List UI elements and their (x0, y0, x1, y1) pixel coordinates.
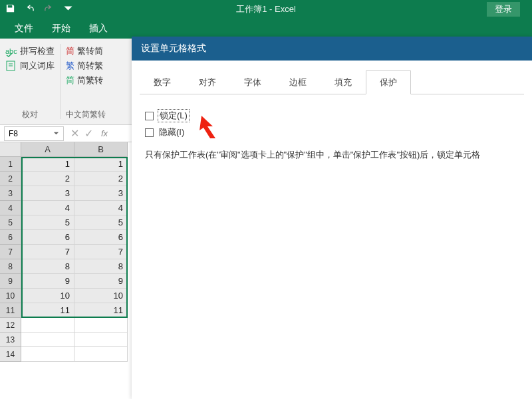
redo-icon[interactable] (44, 3, 54, 15)
dialog-body: 锁定(L) 隐藏(I) 只有保护工作表(在"审阅"选项卡上的"保护"组中，单击"… (132, 94, 532, 173)
protection-hint: 只有保护工作表(在"审阅"选项卡上的"保护"组中，单击"保护工作表"按钮)后，锁… (145, 148, 519, 162)
row-header[interactable]: 10 (0, 289, 21, 303)
cell[interactable] (74, 318, 128, 332)
undo-icon[interactable] (25, 3, 35, 15)
cell[interactable]: 8 (74, 259, 128, 274)
hidden-label: 隐藏(I) (158, 126, 186, 138)
cell[interactable]: 11 (74, 303, 128, 318)
thesaurus-icon (5, 60, 17, 72)
format-cells-dialog: 设置单元格格式 数字对齐字体边框填充保护 锁定(L) 隐藏(I) 只有保护工作表… (132, 37, 532, 399)
row-header[interactable]: 4 (0, 201, 21, 215)
glyph-icon: 繁 (66, 60, 74, 72)
spellcheck-button[interactable]: abc 拼写检查 (5, 45, 55, 57)
row-header[interactable]: 8 (0, 259, 21, 274)
row-header[interactable]: 7 (0, 245, 21, 259)
cell[interactable]: 3 (21, 186, 74, 201)
glyph-icon: 简 (66, 45, 74, 57)
spellcheck-label: 拼写检查 (20, 45, 55, 57)
row-header[interactable]: 1 (0, 157, 21, 172)
thesaurus-button[interactable]: 同义词库 (5, 60, 55, 72)
locked-label: 锁定(L) (158, 109, 190, 122)
cell[interactable]: 5 (74, 215, 128, 230)
cell[interactable]: 4 (74, 201, 128, 215)
title-bar: 工作簿1 - Excel 登录 (0, 0, 532, 19)
ribbon-tabs: 文件 开始 插入 (0, 19, 532, 39)
cancel-icon[interactable]: ✕ (70, 127, 79, 140)
row-header[interactable]: 6 (0, 230, 21, 245)
trad-to-simp-label: 繁转简 (77, 45, 103, 57)
cell[interactable]: 10 (74, 289, 128, 303)
column-header[interactable]: B (74, 142, 128, 157)
login-button[interactable]: 登录 (487, 2, 520, 17)
dialog-title: 设置单元格格式 (132, 37, 532, 61)
cell[interactable]: 10 (21, 289, 74, 303)
convert-button[interactable]: 简 简繁转 (66, 74, 106, 86)
fx-icon[interactable]: fx (101, 128, 108, 138)
dialog-tab[interactable]: 保护 (366, 70, 411, 94)
proofing-group-label: 校对 (5, 106, 55, 124)
name-box[interactable]: F8 (4, 126, 64, 141)
cell[interactable]: 11 (21, 303, 74, 318)
save-icon[interactable] (5, 3, 15, 15)
tab-home[interactable]: 开始 (43, 19, 80, 39)
checkbox-icon (145, 112, 154, 120)
dialog-tabs: 数字对齐字体边框填充保护 (140, 70, 524, 94)
checkbox-icon (145, 128, 154, 137)
convert-label: 简繁转 (77, 74, 103, 86)
cell[interactable]: 2 (21, 172, 74, 186)
cell[interactable]: 6 (74, 230, 128, 245)
name-box-value: F8 (9, 129, 18, 138)
window-title: 工作簿1 - Excel (236, 3, 296, 15)
row-header[interactable]: 5 (0, 215, 21, 230)
convert-group-label: 中文简繁转 (66, 106, 106, 124)
qat-dropdown-icon[interactable] (63, 3, 73, 15)
cursor-arrow-icon (198, 114, 225, 140)
dialog-tab[interactable]: 边框 (275, 70, 321, 94)
cell[interactable] (21, 332, 74, 347)
row-header[interactable]: 11 (0, 303, 21, 318)
cell[interactable]: 7 (74, 245, 128, 259)
dialog-tab[interactable]: 对齐 (185, 70, 230, 94)
spellcheck-icon: abc (5, 45, 17, 57)
cell[interactable]: 3 (74, 186, 128, 201)
confirm-icon[interactable]: ✓ (84, 127, 93, 140)
select-all-corner[interactable] (0, 142, 21, 157)
row-header[interactable]: 12 (0, 318, 21, 332)
cell[interactable] (74, 347, 128, 362)
cell[interactable] (21, 347, 74, 362)
column-header[interactable]: A (21, 142, 74, 157)
row-header[interactable]: 2 (0, 172, 21, 186)
cell[interactable]: 7 (21, 245, 74, 259)
cell[interactable]: 8 (21, 259, 74, 274)
ribbon-group-convert: 简 繁转简 繁 简转繁 简 简繁转 中文简繁转 (61, 39, 111, 124)
cell[interactable]: 9 (74, 274, 128, 289)
row-header[interactable]: 9 (0, 274, 21, 289)
dropdown-icon[interactable] (53, 130, 59, 136)
glyph-icon: 简 (66, 74, 74, 86)
quick-access-toolbar (0, 3, 73, 15)
cell[interactable]: 4 (21, 201, 74, 215)
cell[interactable] (74, 332, 128, 347)
cell[interactable]: 6 (21, 230, 74, 245)
simp-to-trad-label: 简转繁 (77, 60, 103, 72)
trad-to-simp-button[interactable]: 简 繁转简 (66, 45, 106, 57)
tab-insert[interactable]: 插入 (80, 19, 117, 39)
row-header[interactable]: 13 (0, 332, 21, 347)
cell[interactable]: 1 (74, 157, 128, 172)
dialog-tab[interactable]: 字体 (230, 70, 275, 94)
thesaurus-label: 同义词库 (20, 60, 55, 72)
dialog-tab[interactable]: 数字 (140, 70, 185, 94)
dialog-tab[interactable]: 填充 (321, 70, 366, 94)
cell[interactable] (21, 318, 74, 332)
row-header[interactable]: 14 (0, 347, 21, 362)
cell[interactable]: 1 (21, 157, 74, 172)
cell[interactable]: 2 (74, 172, 128, 186)
cell[interactable]: 5 (21, 215, 74, 230)
ribbon-group-proofing: abc 拼写检查 同义词库 校对 (0, 39, 60, 124)
cell[interactable]: 9 (21, 274, 74, 289)
row-header[interactable]: 3 (0, 186, 21, 201)
tab-file[interactable]: 文件 (5, 19, 43, 39)
simp-to-trad-button[interactable]: 繁 简转繁 (66, 60, 106, 72)
